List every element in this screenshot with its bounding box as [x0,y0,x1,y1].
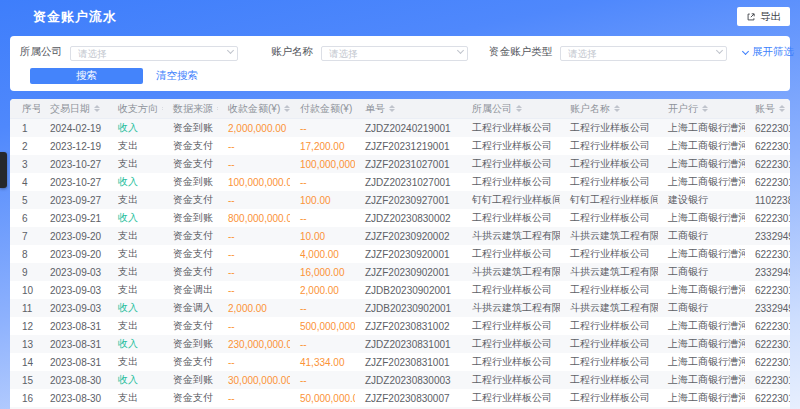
cell-no: 14 [10,353,40,371]
table-header-row: 序号交易日期收支方向数据来源收款金额(¥)付款金额(¥)单号所属公司账户名称开户… [10,99,790,119]
cell-received: -- [218,245,290,263]
cell-received: -- [218,263,290,281]
search-button[interactable]: 搜索 [30,68,143,84]
cell-account-no: 622230111 [745,137,790,155]
expand-filter-link[interactable]: 展开筛选 [743,45,794,59]
filter-card: 所属公司 账户名称 资金账户类型 展开筛选 搜索 清空搜索 [10,36,790,91]
cell-account-name: 斗拱云建筑工程有限公司 [560,227,658,245]
cell-received: 2,000.00 [218,299,290,317]
sort-caret-icon [516,105,522,113]
company-select[interactable] [70,43,238,61]
cell-bank: 上海工商银行漕河泾支行 [658,371,745,389]
column-header-4[interactable]: 数据来源 [163,99,218,118]
cell-order-no: ZJZF20230927001 [355,191,462,209]
cell-date: 2023-09-03 [40,299,108,317]
cell-no: 6 [10,209,40,227]
cell-date: 2023-10-27 [40,173,108,191]
cell-order-no: ZJZF20230831001 [355,353,462,371]
cell-account-no: 233294994 [745,299,790,317]
account-type-filter-label: 资金账户类型 [489,45,552,59]
column-header-9[interactable]: 账户名称 [560,99,658,118]
column-header-label: 序号 [22,102,40,116]
export-button[interactable]: 导出 [737,7,790,26]
column-header-label: 开户行 [668,102,698,116]
cell-bank: 工商银行 [658,263,745,281]
sort-caret-icon [702,105,708,113]
clear-search-button[interactable]: 清空搜索 [156,69,198,83]
cell-order-no: ZJZF20231219001 [355,137,462,155]
table-row: 122023-08-31支出资金支付--500,000,000.00ZJZF20… [10,317,790,335]
table-row: 152023-08-30收入资金到账30,000,000.00--ZJDZ202… [10,371,790,389]
cell-company: 斗拱云建筑工程有限公司 [462,227,560,245]
account-type-select-input[interactable] [560,46,727,61]
cell-paid: 10.00 [290,227,355,245]
cell-source: 资金调出 [163,281,218,299]
column-header-label: 收支方向 [118,102,158,116]
page-title: 资金账户流水 [33,8,117,26]
filter-group-company: 所属公司 [20,43,238,61]
cell-account-no: 622230111 [745,155,790,173]
cell-received: -- [218,137,290,155]
cell-direction: 收入 [108,335,163,353]
account-name-select[interactable] [321,43,468,61]
cell-paid: 2,000.00 [290,281,355,299]
cell-date: 2023-09-27 [40,191,108,209]
cell-paid: -- [290,173,355,191]
cell-order-no: ZJZF20230902001 [355,263,462,281]
cell-account-no: 110223823 [745,191,790,209]
column-header-8[interactable]: 所属公司 [462,99,560,118]
cell-source: 资金支付 [163,389,218,407]
column-header-5[interactable]: 收款金额(¥) [218,99,290,118]
column-header-7[interactable]: 单号 [355,99,462,118]
column-header-2[interactable]: 交易日期 [40,99,108,118]
table-row: 112023-09-03收入资金调入2,000.00--ZJDB20230902… [10,299,790,317]
column-header-11[interactable]: 账号 [745,99,790,118]
cell-account-no: 622230111 [745,245,790,263]
table-row: 42023-10-27收入资金到账100,000,000.00--ZJDZ202… [10,173,790,191]
cell-source: 资金到账 [163,119,218,137]
left-edge-widget[interactable] [0,152,7,188]
cell-order-no: ZJDZ20230830002 [355,209,462,227]
cell-no: 7 [10,227,40,245]
company-select-input[interactable] [70,46,238,61]
company-filter-label: 所属公司 [20,45,62,59]
cell-date: 2023-09-20 [40,227,108,245]
table-row: 22023-12-19支出资金支付--17,200.00ZJZF20231219… [10,137,790,155]
cell-company: 工程行业样板公司 [462,389,560,407]
cell-bank: 工商银行 [658,227,745,245]
cell-order-no: ZJDZ20230831001 [355,335,462,353]
cell-bank: 工商银行 [658,299,745,317]
cell-order-no: ZJZF20230920002 [355,227,462,245]
cell-direction: 支出 [108,389,163,407]
account-name-select-input[interactable] [321,46,468,61]
sort-caret-icon [94,105,100,113]
cell-received: 30,000,000.00 [218,371,290,389]
cell-paid: 41,334.00 [290,353,355,371]
cell-order-no: ZJDZ20240219001 [355,119,462,137]
filter-group-account-name: 账户名称 [271,43,468,61]
cell-source: 资金到账 [163,371,218,389]
cell-no: 1 [10,119,40,137]
cell-date: 2023-09-03 [40,281,108,299]
cell-company: 工程行业样板公司 [462,137,560,155]
cell-no: 2 [10,137,40,155]
cell-source: 资金调入 [163,299,218,317]
cell-paid: 100,000,000.00 [290,155,355,173]
cell-account-name: 工程行业样板公司 [560,353,658,371]
cell-received: -- [218,155,290,173]
column-header-10[interactable]: 开户行 [658,99,745,118]
cell-order-no: ZJZF20230831002 [355,317,462,335]
account-type-select[interactable] [560,43,727,61]
column-header-label: 账号 [755,102,775,116]
cell-direction: 支出 [108,155,163,173]
cell-paid: -- [290,371,355,389]
cell-paid: 4,000.00 [290,245,355,263]
cell-bank: 上海工商银行漕河泾支行 [658,173,745,191]
cell-account-name: 工程行业样板公司 [560,173,658,191]
column-header-6[interactable]: 付款金额(¥) [290,99,355,118]
cell-account-no: 622230111 [745,335,790,353]
cell-date: 2024-02-19 [40,119,108,137]
cell-order-no: ZJDB20230902001 [355,299,462,317]
column-header-3[interactable]: 收支方向 [108,99,163,118]
table-row: 92023-09-03支出资金支付--16,000.00ZJZF20230902… [10,263,790,281]
